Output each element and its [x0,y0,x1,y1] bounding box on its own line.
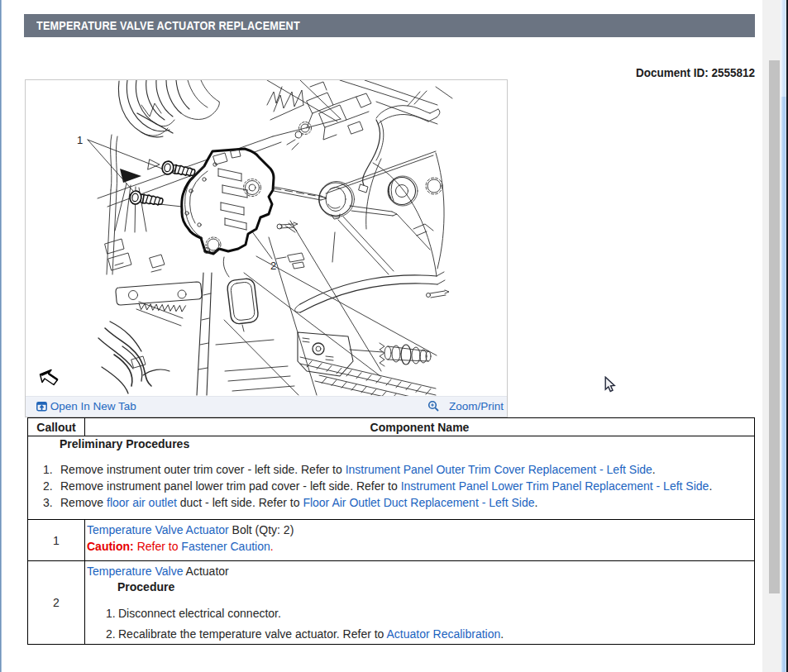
svg-text:1: 1 [77,134,83,146]
